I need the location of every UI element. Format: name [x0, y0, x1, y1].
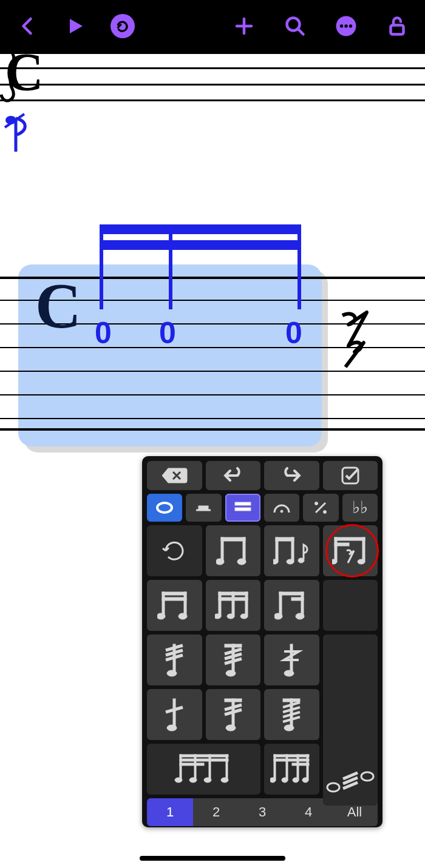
beam-icon [100, 240, 301, 250]
keypad-grid [147, 525, 378, 795]
beam-pattern-1-button[interactable] [206, 525, 261, 576]
svg-point-91 [302, 778, 308, 782]
tremolo-stem-1-button[interactable] [147, 689, 202, 740]
svg-rect-73 [180, 755, 182, 780]
mode-beam-button[interactable] [225, 494, 260, 522]
svg-rect-41 [219, 592, 221, 616]
sixteenth-pair-2-button[interactable] [264, 580, 319, 631]
tremolo-between-button[interactable] [323, 634, 378, 806]
history-icon [162, 539, 186, 563]
keypad-mode-row: ♭♭ [147, 494, 378, 522]
svg-rect-87 [307, 755, 308, 780]
svg-rect-42 [232, 592, 234, 616]
tremolo-2b-button[interactable] [206, 634, 261, 685]
slash-percent-icon [313, 500, 328, 515]
svg-point-4 [349, 24, 352, 27]
sixteenth-triple-button[interactable] [206, 580, 261, 631]
mode-whole-note-button[interactable] [147, 494, 182, 522]
redo-arrow-icon [281, 467, 302, 484]
back-button[interactable] [15, 13, 41, 39]
svg-point-63 [167, 725, 177, 731]
beam-grace-button[interactable] [264, 525, 319, 576]
tremolo-stem-2-button[interactable] [206, 689, 261, 740]
beamed-32-b-icon [270, 751, 313, 787]
mode-rest-button[interactable] [186, 494, 221, 522]
tremolo-z-button[interactable] [264, 634, 319, 685]
staff-line [0, 67, 425, 69]
svg-rect-18 [243, 537, 245, 562]
tab-fret-number[interactable]: 0 [95, 315, 112, 351]
back-icon [17, 15, 39, 37]
tremolo-stem-1-icon [162, 696, 186, 733]
stem [100, 224, 103, 309]
tab-fret-number[interactable]: 0 [159, 315, 176, 351]
tremolo-2-button[interactable] [147, 634, 202, 685]
beamed-32-a-button[interactable] [147, 744, 260, 795]
play-button[interactable] [62, 13, 89, 39]
svg-point-44 [215, 614, 221, 619]
svg-point-32 [358, 559, 365, 564]
sixteenth-pair-button[interactable] [147, 580, 202, 631]
beam-icon [100, 224, 301, 234]
svg-rect-43 [245, 592, 248, 616]
sixteenth-rest-icon [336, 309, 373, 370]
recent-button[interactable] [147, 525, 202, 576]
stem [298, 224, 301, 309]
svg-point-19 [216, 559, 224, 565]
tremolo-stem-3-button[interactable] [264, 689, 319, 740]
keypad-top-row [147, 461, 378, 490]
eighth-beam-icon [216, 534, 250, 568]
svg-point-78 [189, 778, 197, 782]
mode-double-flat-button[interactable]: ♭♭ [342, 494, 378, 522]
note-input-keypad: ♭♭ [142, 456, 382, 827]
svg-point-89 [282, 778, 288, 782]
delete-button[interactable] [147, 461, 202, 490]
svg-point-59 [284, 670, 294, 676]
check-box-icon [341, 466, 359, 485]
staff-line [0, 84, 425, 86]
lock-button[interactable] [384, 13, 410, 39]
svg-point-45 [227, 614, 234, 619]
treble-time-sig: C [5, 41, 44, 103]
tab-fret-number[interactable]: 0 [285, 315, 302, 351]
more-icon [335, 15, 357, 37]
svg-rect-29 [335, 537, 337, 562]
svg-point-24 [273, 559, 278, 564]
keypad-undo-button[interactable] [206, 461, 261, 490]
svg-point-88 [270, 778, 276, 782]
beamed-32-b-button[interactable] [264, 744, 319, 795]
search-button[interactable] [282, 13, 308, 39]
svg-point-51 [274, 613, 282, 619]
keypad-confirm-button[interactable] [323, 461, 378, 490]
undo-button[interactable] [109, 13, 136, 39]
backspace-icon [161, 467, 188, 484]
tab-time-sig: C [35, 269, 81, 343]
staff-line [0, 52, 425, 54]
mode-tremolo-button[interactable] [303, 494, 338, 522]
svg-rect-81 [274, 755, 309, 757]
more-button[interactable] [333, 13, 359, 39]
svg-point-37 [157, 613, 165, 619]
svg-point-80 [221, 778, 228, 782]
svg-point-13 [280, 510, 283, 513]
svg-rect-62 [173, 699, 175, 728]
svg-point-79 [204, 778, 211, 782]
svg-rect-5 [391, 25, 404, 35]
add-button[interactable] [231, 13, 257, 39]
grace-note-icon [0, 109, 36, 164]
staff-line [0, 99, 425, 101]
svg-rect-10 [196, 510, 211, 511]
svg-rect-11 [235, 502, 251, 505]
svg-rect-27 [335, 537, 365, 540]
beam-mode-icon [234, 501, 252, 514]
keypad-tab-1[interactable]: 1 [147, 798, 193, 826]
svg-point-8 [157, 503, 172, 513]
keypad-redo-button[interactable] [264, 461, 319, 490]
svg-rect-76 [226, 755, 228, 780]
keypad-tab-3[interactable]: 3 [239, 798, 285, 826]
mode-fermata-button[interactable] [264, 494, 299, 522]
svg-rect-56 [225, 644, 242, 647]
beam-rest-button[interactable] [323, 525, 378, 576]
keypad-tab-2[interactable]: 2 [193, 798, 239, 826]
empty-slot [323, 580, 378, 631]
